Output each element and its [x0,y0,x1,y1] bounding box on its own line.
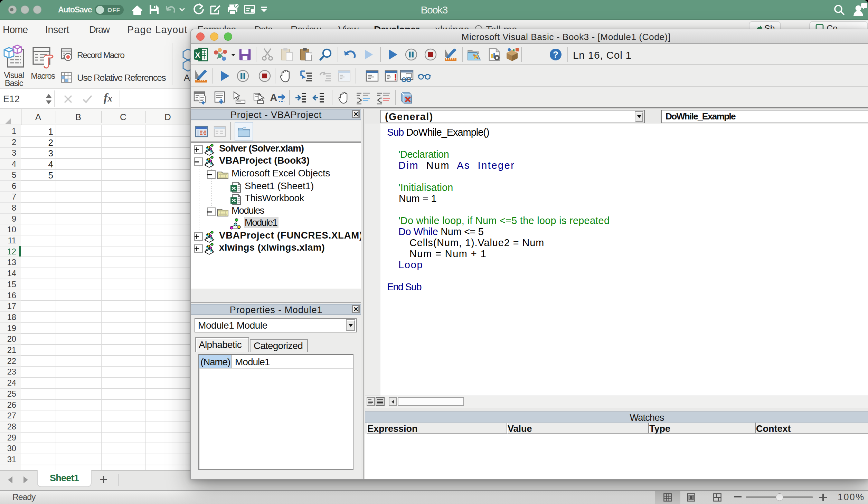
svg-text:X: X [195,51,200,59]
svg-text:!: ! [394,72,397,83]
svg-text:?: ? [553,49,558,60]
svg-text:A: A [270,92,277,103]
